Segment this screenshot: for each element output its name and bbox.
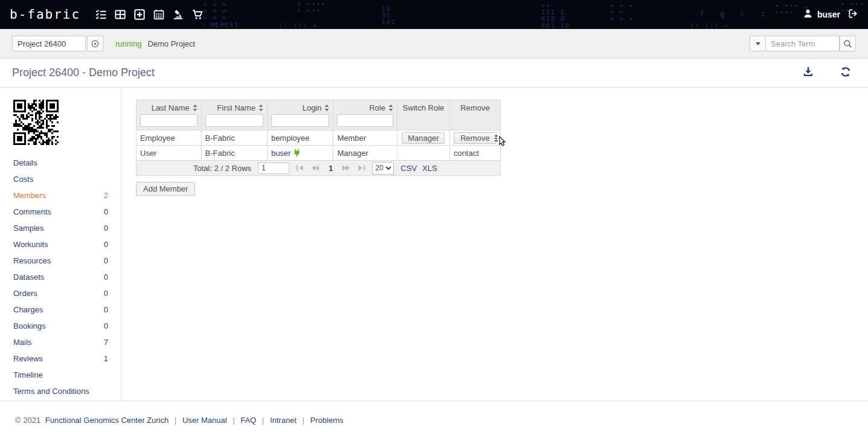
footer-separator: | — [233, 416, 234, 425]
page-header: Project 26400 - Demo Project — [0, 59, 868, 88]
last-name-cell[interactable]: User — [137, 146, 202, 161]
cart-icon[interactable] — [191, 9, 203, 21]
sidebar-item-orders[interactable]: Orders0 — [0, 285, 121, 301]
sort-icon[interactable] — [259, 105, 263, 111]
page-title: Project 26400 - Demo Project — [12, 66, 155, 79]
remove-cell: contact — [449, 146, 500, 161]
project-name-label: Demo Project — [147, 39, 195, 48]
login-filter-input[interactable] — [271, 114, 330, 127]
sidebar-item-workunits[interactable]: Workunits0 — [0, 236, 121, 253]
sidebar-item-costs[interactable]: Costs — [0, 171, 121, 187]
page-number-input[interactable] — [258, 163, 289, 174]
sidebar-item-samples[interactable]: Samples0 — [0, 220, 121, 236]
sidebar-item-comments[interactable]: Comments0 — [0, 204, 121, 220]
goto-project-button[interactable] — [87, 36, 103, 51]
column-label: Remove — [460, 103, 489, 112]
next-page-icon[interactable] — [342, 165, 350, 171]
sidebar-item-datasets[interactable]: Datasets0 — [0, 269, 121, 285]
total-rows-label: Total: 2 / 2 Rows — [193, 164, 251, 173]
csv-export-link[interactable]: CSV — [400, 164, 417, 173]
footer-link-faq[interactable]: FAQ — [240, 416, 256, 425]
remove-button[interactable]: Remove — [454, 132, 497, 144]
column-label: Switch Role — [403, 103, 445, 112]
column-header-role[interactable]: Role — [333, 100, 397, 131]
sort-icon[interactable] — [193, 105, 198, 111]
qr-code — [13, 100, 59, 145]
column-header-last-name[interactable]: Last Name — [137, 100, 202, 131]
search-input[interactable] — [766, 36, 840, 51]
sidebar-item-bookings[interactable]: Bookings0 — [0, 318, 121, 334]
sidebar-item-label: Samples — [13, 224, 44, 233]
sidebar-item-count: 0 — [104, 224, 108, 233]
first-name-cell[interactable]: B-Fabric — [201, 146, 267, 161]
main-panel: Last Name First Name Login Role — [121, 88, 868, 401]
sidebar-item-label: Workunits — [13, 240, 48, 249]
footer-separator: | — [175, 416, 176, 425]
sidebar-item-timeline[interactable]: Timeline — [0, 367, 121, 383]
last-page-icon[interactable] — [357, 165, 365, 171]
search-button[interactable] — [840, 36, 856, 51]
last-name-filter-input[interactable] — [140, 114, 198, 127]
sidebar-item-terms-and-conditions[interactable]: Terms and Conditions — [0, 383, 121, 399]
first-name-filter-input[interactable] — [205, 114, 263, 127]
sidebar-item-label: Comments — [13, 207, 51, 216]
login-link[interactable]: buser — [271, 149, 291, 158]
sidebar-item-count: 7 — [104, 338, 108, 347]
sidebar-item-label: Timeline — [13, 370, 43, 379]
status-badge: running — [115, 39, 141, 48]
footer-link-problems[interactable]: Problems — [310, 416, 344, 425]
microscope-icon[interactable] — [172, 9, 184, 21]
last-name-cell[interactable]: Employee — [137, 131, 202, 146]
plus-square-icon[interactable] — [133, 9, 145, 21]
refresh-icon[interactable] — [840, 66, 851, 80]
sidebar: Details Costs Members2 Comments0 Samples… — [0, 88, 121, 401]
login-cell[interactable]: bemployee — [267, 131, 333, 146]
footer-link-user-manual[interactable]: User Manual — [182, 416, 227, 425]
page-size-select[interactable]: 20 — [372, 162, 394, 175]
username-label[interactable]: buser — [817, 10, 840, 19]
sidebar-item-count: 0 — [104, 289, 108, 298]
previous-page-icon[interactable] — [311, 165, 320, 171]
sidebar-item-count: 0 — [104, 305, 108, 314]
first-name-cell[interactable]: B-Fabric — [201, 131, 267, 146]
sidebar-item-details[interactable]: Details — [0, 155, 121, 171]
table-icon[interactable] — [114, 9, 126, 21]
calendar-icon[interactable] — [153, 9, 164, 21]
project-id-input[interactable] — [12, 36, 86, 51]
sort-icon[interactable] — [324, 105, 329, 111]
sidebar-item-resources[interactable]: Resources0 — [0, 253, 121, 269]
first-page-icon[interactable] — [296, 165, 304, 171]
sidebar-item-count: 0 — [104, 321, 108, 330]
sidebar-item-mails[interactable]: Mails7 — [0, 334, 121, 350]
switch-role-button[interactable]: Manager — [402, 132, 445, 144]
footer-link-intranet[interactable]: Intranet — [270, 416, 297, 425]
logout-icon[interactable] — [848, 8, 858, 21]
user-icon — [803, 8, 813, 21]
login-cell[interactable]: buser — [267, 146, 333, 161]
sidebar-item-charges[interactable]: Charges0 — [0, 301, 121, 318]
xls-export-link[interactable]: XLS — [422, 164, 437, 173]
search-category-dropdown[interactable] — [750, 36, 766, 51]
sidebar-item-label: Datasets — [13, 272, 44, 282]
column-header-first-name[interactable]: First Name — [201, 100, 267, 131]
sidebar-item-members[interactable]: Members2 — [0, 187, 121, 204]
tasks-icon[interactable] — [95, 9, 106, 21]
sort-icon[interactable] — [388, 105, 393, 111]
footer-link-fgcz[interactable]: Functional Genomics Center Zurich — [45, 416, 169, 425]
add-member-button[interactable]: Add Member — [136, 182, 195, 196]
download-button[interactable] — [803, 66, 814, 80]
column-header-login[interactable]: Login — [267, 100, 333, 131]
column-header-remove: Remove — [449, 100, 500, 131]
sidebar-item-reviews[interactable]: Reviews1 — [0, 350, 121, 367]
role-filter-input[interactable] — [337, 114, 393, 127]
current-page-label[interactable]: 1 — [326, 164, 335, 173]
sidebar-item-label: Details — [13, 158, 37, 167]
target-icon — [91, 39, 100, 48]
chevron-down-icon — [756, 42, 760, 45]
sidebar-item-label: Costs — [13, 175, 33, 184]
sidebar-item-count: 1 — [104, 354, 108, 363]
sidebar-item-count: 0 — [104, 256, 108, 265]
sidebar-item-label: Mails — [13, 338, 31, 347]
sidebar-item-label: Charges — [13, 305, 43, 314]
bfabric-logo[interactable]: b-fabric — [10, 7, 80, 22]
